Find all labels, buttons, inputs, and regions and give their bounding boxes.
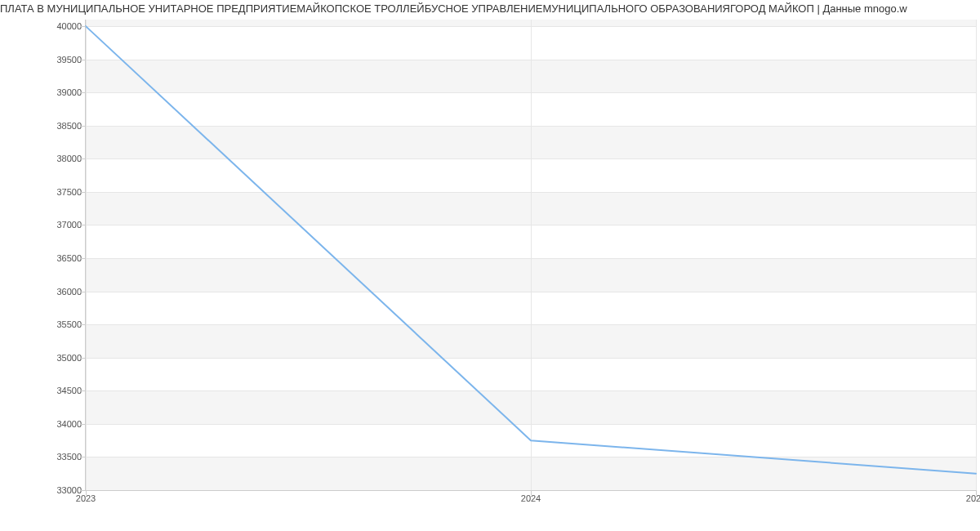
y-tick-label: 37500 [56,187,82,197]
x-tick-mark [531,490,532,495]
x-tick-mark [86,490,87,495]
y-tick-label: 38500 [56,121,82,131]
y-tick-label: 39000 [56,87,82,97]
y-tick-mark [81,457,86,457]
y-tick-label: 34500 [56,386,82,395]
line-layer [86,20,976,490]
plot-area [86,20,976,490]
y-tick-label: 36500 [56,253,82,263]
y-tick-mark [81,292,86,292]
y-tick-mark [81,60,86,60]
y-tick-label: 39500 [56,55,82,65]
y-tick-label: 40000 [56,21,82,31]
y-tick-mark [81,92,86,93]
series-line [86,26,976,474]
y-tick-mark [81,26,86,27]
y-tick-label: 34000 [56,419,82,429]
y-tick-mark [81,192,86,193]
v-gridline [976,20,977,490]
y-tick-mark [81,324,86,325]
y-tick-mark [81,358,86,359]
y-tick-label: 35000 [56,353,82,363]
y-tick-mark [81,158,86,159]
x-tick-label: 2025 [966,493,980,503]
y-tick-mark [81,225,86,225]
y-tick-label: 33500 [56,452,82,462]
y-tick-label: 35500 [56,319,82,329]
y-tick-mark [81,258,86,259]
y-tick-label: 36000 [56,287,82,297]
y-tick-mark [81,126,86,127]
y-tick-mark [81,424,86,425]
chart-title: ПЛАТА В МУНИЦИПАЛЬНОЕ УНИТАРНОЕ ПРЕДПРИЯ… [0,0,980,18]
x-tick-mark [976,490,977,495]
y-tick-label: 37000 [56,220,82,230]
y-tick-label: 38000 [56,154,82,163]
y-tick-mark [81,390,86,391]
